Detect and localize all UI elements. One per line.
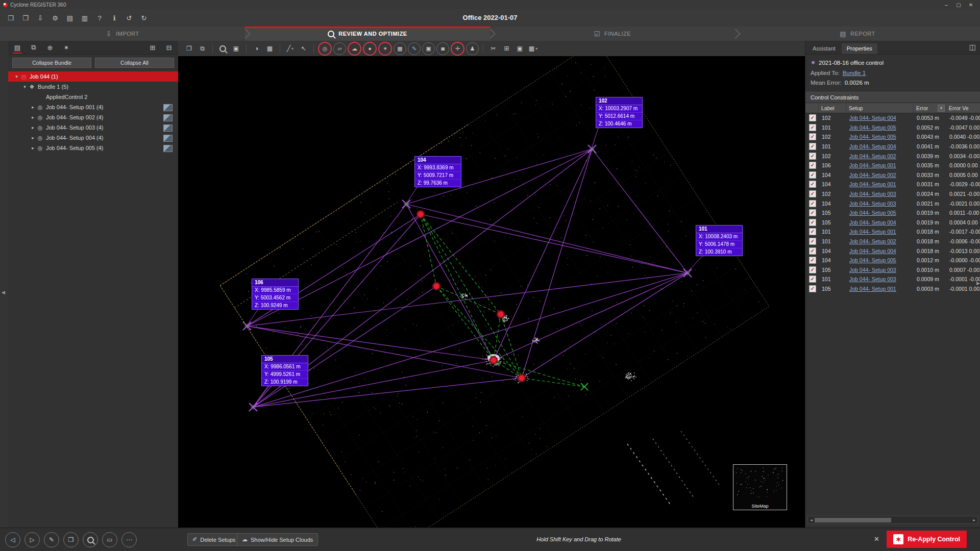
scroll-right-icon[interactable]: ▸ xyxy=(971,518,977,522)
collapse-left-icon[interactable]: ◀ xyxy=(2,290,5,295)
constraint-checkbox[interactable]: ✓ xyxy=(809,124,816,131)
constraint-setup-link[interactable]: Job 044- Setup 002 xyxy=(847,238,914,244)
sitemap-inset[interactable]: SiteMap xyxy=(733,464,787,510)
tab-review-and-optimize[interactable]: REVIEW AND OPTIMIZE xyxy=(245,27,490,41)
constraint-row[interactable]: ✓105Job 044- Setup 0050.0019 m0.0011 -0.… xyxy=(805,208,980,218)
constraint-checkbox[interactable]: ✓ xyxy=(809,238,816,245)
label-icon[interactable]: ▭ xyxy=(102,532,117,547)
maximize-button[interactable]: ▢ xyxy=(952,2,965,8)
constraint-row[interactable]: ✓104Job 044- Setup 0030.0021 m-0.0021 0.… xyxy=(805,198,980,208)
sphere-mode-icon[interactable]: ● xyxy=(363,42,377,56)
tree-item[interactable]: ▸◎Job 044- Setup 004 (4) xyxy=(8,133,178,143)
scrollbar-thumb[interactable] xyxy=(815,518,891,522)
constraint-checkbox[interactable]: ✓ xyxy=(809,257,816,264)
measure-icon[interactable]: ╱▾ xyxy=(284,43,296,55)
tree-item[interactable]: ▸◎Job 044- Setup 001 (4) xyxy=(8,102,178,112)
constraint-checkbox[interactable]: ✓ xyxy=(809,143,816,150)
constraint-setup-link[interactable]: Job 044- Setup 003 xyxy=(847,201,914,207)
constraint-row[interactable]: ✓105Job 044- Setup 0030.0010 m0.0007 -0.… xyxy=(805,265,980,275)
constraint-row[interactable]: ✓101Job 044- Setup 0040.0041 m-0.0036 0.… xyxy=(805,142,980,152)
constraint-setup-link[interactable]: Job 044- Setup 001 xyxy=(847,162,914,168)
reapply-control-button[interactable]: ✶ Re-Apply Control xyxy=(887,531,967,548)
constraint-setup-link[interactable]: Job 044- Setup 003 xyxy=(847,276,914,282)
duplicate-icon[interactable]: ⧉ xyxy=(197,43,208,55)
open-project-icon[interactable]: ❒ xyxy=(4,11,17,24)
setup-thumbnail-icon[interactable] xyxy=(163,104,173,111)
show-hide-setup-clouds-button[interactable]: ☁ Show/Hide Setup Clouds xyxy=(237,533,318,546)
setup-column-header[interactable]: Setup xyxy=(846,103,914,113)
previous-icon[interactable]: ◁ xyxy=(5,532,20,547)
hint-close-button[interactable]: ✕ xyxy=(874,535,879,543)
cut-icon[interactable]: ✂ xyxy=(487,43,499,55)
constraint-checkbox[interactable]: ✓ xyxy=(809,247,816,255)
constraint-row[interactable]: ✓104Job 044- Setup 0010.0031 m-0.0029 -0… xyxy=(805,180,980,189)
control-mode-icon[interactable]: ✶ xyxy=(378,42,392,56)
constraint-setup-link[interactable]: Job 044- Setup 003 xyxy=(847,191,914,197)
panel-layout-icon[interactable]: ◫ xyxy=(969,43,976,51)
target-mode-icon[interactable]: ◎ xyxy=(318,42,332,56)
info-icon[interactable]: ℹ xyxy=(108,11,121,24)
constraint-row[interactable]: ✓104Job 044- Setup 0050.0012 m-0.0000 -0… xyxy=(805,256,980,265)
constraint-setup-link[interactable]: Job 044- Setup 004 xyxy=(847,248,914,254)
minimize-button[interactable]: – xyxy=(940,2,952,8)
constraint-row[interactable]: ✓101Job 044- Setup 0050.0052 m-0.0047 0.… xyxy=(805,123,980,133)
merge-icon[interactable]: ⊞ xyxy=(501,43,512,55)
constraint-setup-link[interactable]: Job 044- Setup 005 xyxy=(847,134,914,140)
constraint-row[interactable]: ✓101Job 044- Setup 0010.0018 m-0.0017 -0… xyxy=(805,227,980,237)
edit-icon[interactable]: ✎ xyxy=(44,532,59,547)
report-icon[interactable]: ▤ xyxy=(63,11,77,24)
search-icon[interactable] xyxy=(83,532,98,547)
constraint-setup-link[interactable]: Job 044- Setup 004 xyxy=(847,115,914,121)
constraint-row[interactable]: ✓102Job 044- Setup 0050.0043 m0.0040 -0.… xyxy=(805,132,980,142)
project-explorer-tab-icon[interactable]: ▤ xyxy=(11,42,23,53)
tree-caret-icon[interactable]: ▸ xyxy=(30,105,36,110)
zoom-window-icon[interactable]: ▣ xyxy=(230,43,242,55)
tree-item[interactable]: ▾▤Job 044 (1) xyxy=(8,71,178,82)
constraint-checkbox[interactable]: ✓ xyxy=(809,200,816,207)
constraint-setup-link[interactable]: Job 044- Setup 004 xyxy=(847,219,914,226)
constraint-checkbox[interactable]: ✓ xyxy=(809,266,816,273)
tag-mode-icon[interactable]: ▱ xyxy=(333,42,346,55)
constraint-setup-link[interactable]: Job 044- Setup 004 xyxy=(847,143,914,149)
constraint-setup-link[interactable]: Job 044- Setup 001 xyxy=(847,229,914,235)
constraint-checkbox[interactable]: ✓ xyxy=(809,209,816,216)
constraint-row[interactable]: ✓102Job 044- Setup 0040.0053 m-0.0049 -0… xyxy=(805,113,980,123)
label-column-header[interactable]: Label xyxy=(819,103,846,113)
tree-item[interactable]: ▸◎Job 044- Setup 003 (4) xyxy=(8,122,178,133)
close-button[interactable]: ✕ xyxy=(965,2,977,8)
image-icon[interactable]: ▣ xyxy=(514,43,526,55)
left-panel-collapse-strip[interactable]: ◀ xyxy=(0,41,9,528)
constraint-setup-link[interactable]: Job 044- Setup 005 xyxy=(847,124,914,131)
grid-view-icon[interactable]: ▦▾ xyxy=(527,43,539,55)
constraint-setup-link[interactable]: Job 044- Setup 001 xyxy=(847,181,914,187)
tree-caret-icon[interactable]: ▾ xyxy=(21,84,28,89)
constraint-row[interactable]: ✓105Job 044- Setup 0010.0003 m-0.0001 0.… xyxy=(805,284,980,294)
tree-caret-icon[interactable]: ▸ xyxy=(30,125,36,130)
constraint-checkbox[interactable]: ✓ xyxy=(809,190,816,197)
constraint-checkbox[interactable]: ✓ xyxy=(809,162,816,169)
constraint-setup-link[interactable]: Job 044- Setup 001 xyxy=(847,286,914,292)
copy-icon[interactable]: ❐ xyxy=(183,43,195,55)
tree-item[interactable]: ▾❖Bundle 1 (5) xyxy=(8,82,178,92)
setup-thumbnail-icon[interactable] xyxy=(163,124,173,132)
delete-setups-button[interactable]: ✐ Delete Setups xyxy=(187,533,240,546)
tree-item[interactable]: AppliedControl 2 xyxy=(8,92,178,102)
constraint-setup-link[interactable]: Job 044- Setup 002 xyxy=(847,153,914,159)
tab-finalize[interactable]: ☑ FINALIZE xyxy=(490,27,735,41)
pin-mode-icon[interactable]: ✛ xyxy=(451,42,464,56)
undo-icon[interactable]: ↺ xyxy=(122,11,136,24)
collapse-tree-icon[interactable]: ⊟ xyxy=(163,42,175,53)
control-tab-icon[interactable]: ✶ xyxy=(60,42,72,53)
constraint-setup-link[interactable]: Job 044- Setup 005 xyxy=(847,210,914,216)
redo-icon[interactable]: ↻ xyxy=(137,11,151,24)
select-icon[interactable]: ↖ xyxy=(298,43,309,55)
help-icon[interactable]: ? xyxy=(93,11,106,24)
copy-view-icon[interactable]: ❐ xyxy=(63,532,79,547)
constraint-row[interactable]: ✓101Job 044- Setup 0030.0009 m-0.0001 -0… xyxy=(805,274,980,284)
horizontal-scrollbar[interactable]: ◂ ▸ xyxy=(807,516,978,524)
tree-caret-icon[interactable]: ▾ xyxy=(13,74,20,79)
constraint-checkbox[interactable]: ✓ xyxy=(809,153,816,160)
tree-caret-icon[interactable]: ▸ xyxy=(30,115,36,120)
constraint-checkbox[interactable]: ✓ xyxy=(809,114,816,121)
storage-icon[interactable]: ▥ xyxy=(78,11,91,24)
